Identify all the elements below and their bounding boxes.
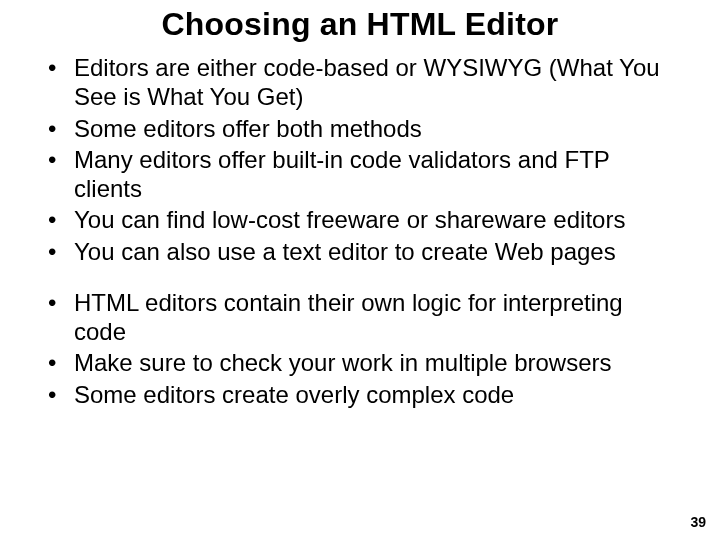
bullet-item: Some editors create overly complex code [40, 380, 680, 409]
bullet-item: Many editors offer built-in code validat… [40, 145, 680, 204]
group-separator [40, 268, 680, 288]
slide-content: Editors are either code-based or WYSIWYG… [0, 43, 720, 409]
slide-title: Choosing an HTML Editor [0, 0, 720, 43]
bullet-group-1: Editors are either code-based or WYSIWYG… [40, 53, 680, 266]
bullet-item: Some editors offer both methods [40, 114, 680, 143]
bullet-item: You can find low-cost freeware or sharew… [40, 205, 680, 234]
bullet-item: Make sure to check your work in multiple… [40, 348, 680, 377]
page-number: 39 [690, 514, 706, 530]
slide: Choosing an HTML Editor Editors are eith… [0, 0, 720, 540]
bullet-group-2: HTML editors contain their own logic for… [40, 288, 680, 409]
bullet-item: HTML editors contain their own logic for… [40, 288, 680, 347]
bullet-item: Editors are either code-based or WYSIWYG… [40, 53, 680, 112]
bullet-item: You can also use a text editor to create… [40, 237, 680, 266]
